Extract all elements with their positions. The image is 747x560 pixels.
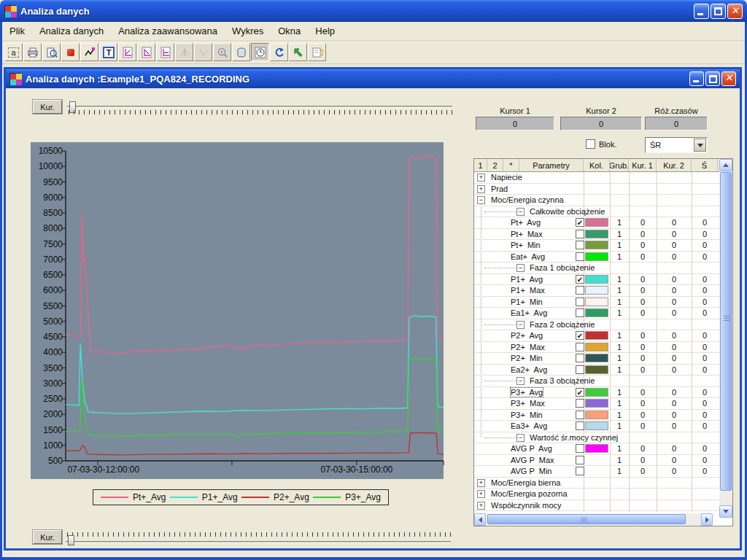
chart-doc-2-icon[interactable]: [137, 43, 155, 61]
param-label[interactable]: P2+ Avg: [511, 331, 543, 340]
column-header-Kur. 2[interactable]: Kur. 2: [657, 159, 692, 171]
database-icon[interactable]: [232, 43, 250, 61]
param-label[interactable]: P3+ Max: [511, 399, 545, 408]
column-header-Kol.[interactable]: Kol.: [584, 159, 610, 171]
param-checkbox[interactable]: [576, 421, 584, 430]
param-checkbox[interactable]: ✔: [576, 331, 584, 340]
curve-edit-icon[interactable]: [80, 43, 98, 61]
menu-item-okna[interactable]: Okna: [271, 23, 308, 39]
color-swatch[interactable]: [585, 331, 608, 340]
table-row[interactable]: −Faza 1 obciążenie: [474, 262, 719, 274]
param-checkbox[interactable]: [576, 298, 584, 306]
menu-item-analiza-danych[interactable]: Analiza danych: [32, 23, 111, 39]
color-swatch[interactable]: [585, 399, 608, 408]
minimize-button[interactable]: [694, 4, 709, 19]
table-row[interactable]: P2+ Max1000: [474, 342, 719, 354]
menu-item-analiza-zaawansowana[interactable]: Analiza zaawansowana: [111, 23, 225, 39]
child-titlebar[interactable]: Analiza danych :Example1_PQA824_RECORDIN…: [6, 69, 740, 88]
table-row[interactable]: −Wartość śr.mocy czynnej: [474, 432, 719, 444]
param-checkbox[interactable]: [576, 411, 584, 419]
param-checkbox[interactable]: [576, 399, 584, 408]
menu-item-plik[interactable]: Plik: [2, 23, 32, 39]
param-checkbox[interactable]: [576, 241, 584, 249]
param-checkbox[interactable]: [576, 230, 584, 238]
color-swatch[interactable]: [585, 230, 608, 238]
param-label[interactable]: AVG P Avg: [511, 444, 552, 453]
color-swatch[interactable]: [585, 343, 608, 351]
table-row[interactable]: −Całkowite obciążenie: [474, 206, 719, 218]
vertical-scrollbar[interactable]: [719, 159, 732, 518]
table-row[interactable]: AVG P Avg1000: [474, 443, 719, 455]
column-header-2[interactable]: 2: [487, 159, 503, 171]
param-label[interactable]: AVG P Min: [511, 467, 551, 475]
tree-expander-icon[interactable]: −: [516, 321, 525, 329]
slider-track[interactable]: [67, 106, 452, 108]
param-checkbox[interactable]: [576, 456, 584, 464]
param-checkbox[interactable]: ✔: [576, 218, 584, 227]
table-row[interactable]: +Współczynnik mocy: [474, 500, 719, 512]
table-row[interactable]: P3+ Avg✔1000: [474, 387, 719, 399]
table-row[interactable]: AVG P Min1000: [474, 466, 719, 478]
table-row[interactable]: +Napiecie: [474, 172, 719, 184]
column-header-1[interactable]: 1: [474, 159, 487, 171]
table-row[interactable]: P1+ Min1000: [474, 297, 719, 308]
table-row[interactable]: P2+ Avg✔1000: [474, 330, 719, 342]
close-button[interactable]: ✕: [727, 4, 743, 19]
color-swatch[interactable]: [585, 286, 608, 295]
child-minimize-button[interactable]: [689, 71, 704, 86]
table-row[interactable]: Pt+ Max1000: [474, 229, 719, 241]
undo-icon[interactable]: [270, 43, 288, 61]
kur-button-bottom[interactable]: Kur.: [33, 530, 62, 544]
font-label-icon[interactable]: a: [4, 43, 23, 61]
param-checkbox[interactable]: [576, 467, 584, 475]
column-header-Ś[interactable]: Ś: [692, 159, 718, 171]
table-row[interactable]: Eat+ Avg1000: [474, 252, 719, 263]
param-label[interactable]: Pt+ Min: [511, 241, 541, 249]
param-label[interactable]: Pt+ Avg: [511, 218, 541, 227]
param-label[interactable]: Ea1+ Avg: [511, 308, 547, 317]
param-label[interactable]: P1+ Min: [511, 298, 543, 306]
scroll-right-button[interactable]: [701, 513, 713, 526]
color-swatch[interactable]: [585, 388, 608, 397]
menu-item-help[interactable]: Help: [308, 23, 342, 39]
help-icon[interactable]: ?: [308, 43, 326, 61]
param-checkbox[interactable]: [576, 343, 584, 351]
param-checkbox[interactable]: ✔: [576, 275, 584, 284]
outer-titlebar[interactable]: Analiza danych ✕: [0, 0, 747, 22]
param-label[interactable]: P3+ Min: [511, 411, 543, 419]
color-swatch[interactable]: [585, 275, 608, 284]
color-swatch[interactable]: [585, 365, 608, 374]
scroll-up-button[interactable]: [719, 159, 732, 171]
print-icon[interactable]: [23, 43, 42, 61]
param-checkbox[interactable]: [576, 252, 584, 261]
text-tool-icon[interactable]: T: [99, 43, 117, 61]
mode-combobox[interactable]: ŚR: [645, 137, 708, 153]
column-header-Grub.[interactable]: Grub.: [610, 159, 629, 171]
kur-button-top[interactable]: Kur.: [33, 100, 62, 114]
table-row[interactable]: P1+ Max1000: [474, 285, 719, 297]
chart-plot[interactable]: [61, 151, 444, 472]
param-label[interactable]: Pt+ Max: [511, 230, 543, 238]
color-swatch[interactable]: [585, 298, 608, 306]
blok-checkbox[interactable]: [586, 139, 595, 149]
vee-marker-icon[interactable]: [194, 43, 212, 61]
chart-doc-3-icon[interactable]: [156, 43, 174, 61]
color-swatch[interactable]: [585, 354, 608, 362]
table-row[interactable]: +Moc/Energia pozorna: [474, 489, 719, 500]
param-label[interactable]: P2+ Min: [511, 354, 543, 362]
color-swatch[interactable]: [585, 411, 608, 419]
tree-expander-icon[interactable]: +: [477, 490, 485, 498]
zoom-icon[interactable]: [213, 43, 231, 61]
color-swatch[interactable]: [585, 252, 608, 261]
param-checkbox[interactable]: ✔: [576, 388, 584, 397]
chart-area[interactable]: 1050010000950090008500800075007000650060…: [31, 142, 444, 479]
param-label[interactable]: Ea3+ Avg: [511, 421, 547, 430]
horizontal-scroll-thumb[interactable]: [487, 514, 686, 524]
table-row[interactable]: Pt+ Avg✔1000: [474, 217, 719, 229]
tree-expander-icon[interactable]: +: [477, 174, 485, 182]
slider-track[interactable]: [66, 541, 451, 543]
cursor-slider-top[interactable]: [67, 101, 455, 117]
combo-dropdown-button[interactable]: [694, 139, 706, 152]
triangle-marker-icon[interactable]: [175, 43, 193, 61]
table-row[interactable]: Ea1+ Avg1000: [474, 308, 719, 319]
